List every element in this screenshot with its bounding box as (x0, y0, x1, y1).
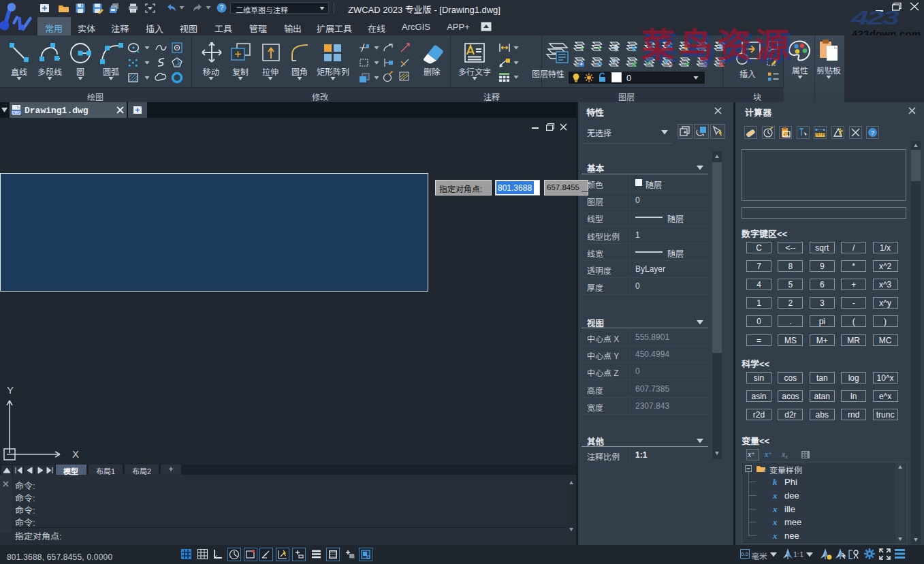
svg-text:X: X (72, 448, 79, 460)
svg-text:?: ? (220, 4, 224, 12)
svg-text:?: ? (871, 129, 874, 136)
svg-text:Y: Y (7, 384, 14, 396)
svg-text:DWG: DWG (12, 110, 20, 114)
svg-text:x: x (763, 467, 766, 473)
